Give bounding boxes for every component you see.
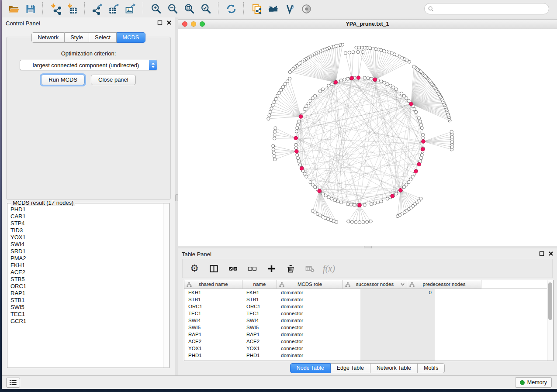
cell-MCDS-role[interactable]: dominator — [277, 352, 343, 359]
search-box[interactable] — [424, 3, 549, 14]
column-header-name[interactable]: name — [242, 280, 277, 289]
cell-MCDS-role[interactable]: connector — [277, 338, 343, 345]
mcds-result-item[interactable]: YOX1 — [10, 234, 163, 241]
refresh-view-icon[interactable] — [223, 2, 239, 16]
result-scrollbar[interactable] — [163, 203, 169, 368]
mcds-result-item[interactable]: PMA2 — [10, 255, 163, 262]
tab-style[interactable]: Style — [65, 32, 89, 43]
mcds-result-item[interactable]: GCR1 — [10, 318, 163, 325]
tab-edge-table[interactable]: Edge Table — [331, 363, 370, 373]
cell-shared-name[interactable]: YOX1 — [184, 345, 242, 352]
mcds-result-list[interactable]: PHD1CAR1STP4TID3YOX1SWI4SRD1PMA2FKH1ACE2… — [7, 204, 163, 368]
cell-MCDS-role[interactable]: dominator — [277, 331, 343, 338]
mcds-result-item[interactable]: SWI4 — [10, 241, 163, 248]
cell-shared-name[interactable]: FKH1 — [184, 289, 242, 296]
cell-name[interactable]: YOX1 — [242, 345, 277, 352]
float-panel-icon[interactable] — [157, 20, 163, 25]
mcds-result-item[interactable]: PHD1 — [10, 206, 163, 213]
apply-style-icon[interactable] — [281, 2, 298, 16]
network-from-selection-icon[interactable] — [248, 2, 265, 16]
column-header-successor-nodes[interactable]: successor nodes — [343, 280, 407, 289]
cell-shared-name[interactable]: ORC1 — [184, 303, 242, 310]
scrollbar-thumb[interactable] — [548, 282, 552, 320]
table-scrollbar[interactable] — [547, 280, 553, 361]
cell-MCDS-role[interactable]: connector — [277, 310, 343, 317]
network-canvas[interactable] — [178, 29, 557, 246]
select-all-icon[interactable] — [226, 262, 239, 275]
float-panel-icon[interactable] — [539, 251, 544, 256]
cell-shared-name[interactable]: SWI4 — [184, 317, 242, 324]
cell-shared-name[interactable]: STB1 — [184, 296, 242, 303]
cell-name[interactable]: ACE2 — [242, 338, 277, 345]
tab-network-table[interactable]: Network Table — [370, 363, 418, 373]
add-column-icon[interactable] — [265, 262, 278, 275]
export-network-icon[interactable] — [89, 2, 106, 16]
import-network-icon[interactable] — [47, 2, 64, 16]
leaf-nodes[interactable] — [267, 43, 454, 224]
tab-select[interactable]: Select — [89, 32, 117, 43]
mcds-result-item[interactable]: RAP1 — [10, 290, 163, 297]
zoom-selected-icon[interactable] — [197, 2, 214, 16]
tab-node-table[interactable]: Node Table — [290, 363, 331, 373]
zoom-out-icon[interactable] — [164, 2, 181, 16]
close-panel-icon[interactable] — [548, 251, 554, 256]
mcds-result-item[interactable]: STB1 — [10, 297, 163, 304]
open-file-icon[interactable] — [5, 2, 22, 16]
column-header-predecessor-nodes[interactable]: predecessor nodes — [407, 280, 481, 289]
deselect-all-icon[interactable] — [246, 262, 259, 275]
table-row[interactable]: PHD1PHD1dominator180 — [184, 352, 547, 359]
cell-MCDS-role[interactable]: connector — [277, 345, 343, 352]
import-table-icon[interactable] — [64, 2, 80, 16]
mcds-result-item[interactable]: TEC1 — [10, 311, 163, 318]
menu-button[interactable] — [6, 378, 20, 388]
cell-shared-name[interactable]: SWI5 — [184, 324, 242, 331]
mcds-result-item[interactable]: ORC1 — [10, 283, 163, 290]
mcds-result-item[interactable]: SWI5 — [10, 304, 163, 311]
criterion-select[interactable]: largest connected component (undirected) — [20, 60, 157, 70]
mcds-result-item[interactable]: TID3 — [10, 227, 163, 234]
mcds-result-item[interactable]: ACE2 — [10, 269, 163, 276]
table-mode-icon[interactable] — [207, 262, 220, 275]
cell-shared-name[interactable]: RAP1 — [184, 331, 242, 338]
cell-shared-name[interactable]: ACE2 — [184, 338, 242, 345]
tab-mcds[interactable]: MCDS — [117, 32, 145, 43]
network-manager-icon[interactable] — [265, 2, 281, 16]
zoom-in-icon[interactable] — [148, 2, 164, 16]
run-mcds-button[interactable]: Run MCDS — [41, 75, 85, 85]
mcds-result-item[interactable]: STB5 — [10, 276, 163, 283]
cell-name[interactable]: STB1 — [242, 296, 277, 303]
tab-network[interactable]: Network — [31, 32, 65, 43]
cell-MCDS-role[interactable]: dominator — [277, 289, 343, 296]
cell-name[interactable]: RAP1 — [242, 331, 277, 338]
zoom-fit-icon[interactable] — [181, 2, 197, 16]
tab-motifs[interactable]: Motifs — [418, 363, 445, 373]
column-header-shared-name[interactable]: shared name — [184, 280, 242, 289]
cell-shared-name[interactable]: TEC1 — [184, 310, 242, 317]
cell-MCDS-role[interactable]: connector — [277, 324, 343, 331]
cell-name[interactable]: FKH1 — [242, 289, 277, 296]
mcds-result-item[interactable]: SRD1 — [10, 248, 163, 255]
save-session-icon[interactable] — [22, 2, 38, 16]
cell-name[interactable]: ORC1 — [242, 303, 277, 310]
column-header-MCDS-role[interactable]: MCDS role — [277, 280, 343, 289]
cell-MCDS-role[interactable]: dominator — [277, 303, 343, 310]
memory-button[interactable]: Memory — [515, 377, 552, 388]
cell-shared-name[interactable]: PHD1 — [184, 352, 242, 359]
export-table-icon[interactable] — [106, 2, 122, 16]
close-panel-icon[interactable] — [166, 20, 172, 25]
cell-name[interactable]: PHD1 — [242, 352, 277, 359]
mcds-result-item[interactable]: FKH1 — [10, 262, 163, 269]
cell-MCDS-role[interactable]: dominator — [277, 317, 343, 324]
cell-MCDS-role[interactable]: dominator — [277, 296, 343, 303]
mcds-result-item[interactable]: STP4 — [10, 220, 163, 227]
close-panel-button[interactable]: Close panel — [91, 75, 136, 85]
show-hide-icon[interactable] — [298, 2, 315, 16]
search-input[interactable] — [436, 4, 549, 13]
mcds-result-item[interactable]: CAR1 — [10, 213, 163, 220]
delete-columns-icon[interactable] — [284, 262, 297, 275]
cell-name[interactable]: SWI4 — [242, 317, 277, 324]
cell-name[interactable]: SWI5 — [242, 324, 277, 331]
ring-nodes[interactable] — [294, 76, 425, 207]
cell-predecessor-nodes[interactable]: 0 — [360, 289, 435, 361]
cell-name[interactable]: TEC1 — [242, 310, 277, 317]
